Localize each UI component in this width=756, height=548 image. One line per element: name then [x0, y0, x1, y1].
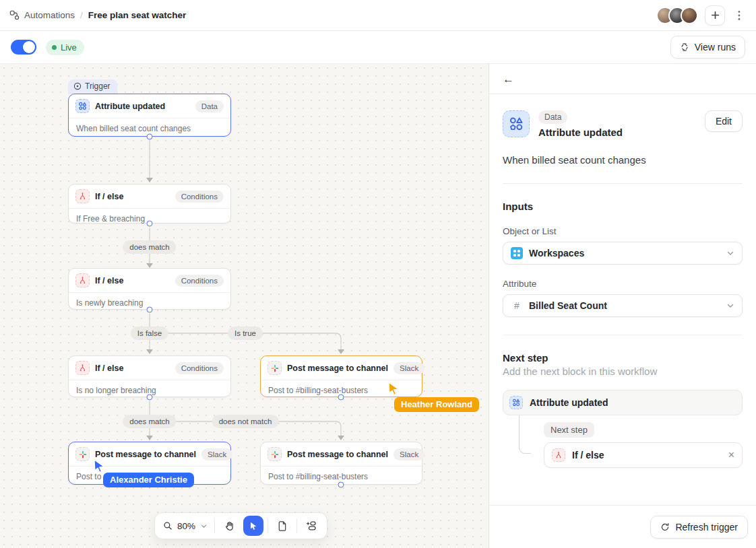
- block-type-badge: Data: [538, 110, 567, 124]
- node-ifelse-3[interactable]: If / else Conditions Is no longer breach…: [68, 355, 231, 397]
- object-select-value: Workspaces: [529, 248, 720, 259]
- node-title: If / else: [95, 192, 170, 201]
- canvas-toolbar: 80%: [154, 512, 327, 539]
- refresh-trigger-label: Refresh trigger: [675, 522, 738, 533]
- node-title: If / else: [95, 364, 170, 373]
- select-tool-button[interactable]: [243, 516, 263, 536]
- edge-label-is-false: Is false: [131, 327, 168, 340]
- data-icon: [75, 99, 90, 113]
- live-status-badge: Live: [46, 40, 84, 55]
- connector-handle[interactable]: [147, 307, 153, 313]
- view-runs-label: View runs: [695, 42, 736, 53]
- node-title: If / else: [95, 276, 170, 285]
- zoom-control[interactable]: 80%: [160, 521, 210, 531]
- next-step-child-block[interactable]: If / else ×: [544, 442, 743, 468]
- add-block-button[interactable]: [301, 516, 321, 536]
- hand-icon: [224, 521, 234, 531]
- workflow-canvas[interactable]: Trigger Attribute updated Data When bill…: [0, 64, 489, 548]
- node-badge: Conditions: [175, 191, 224, 203]
- data-icon: [509, 396, 523, 409]
- zoom-level: 80%: [177, 521, 195, 531]
- toolbar-divider: [214, 518, 215, 533]
- connector-handle[interactable]: [147, 221, 153, 227]
- remove-step-button[interactable]: ×: [728, 450, 734, 460]
- chevron-down-icon: [200, 522, 208, 530]
- refresh-trigger-button[interactable]: Refresh trigger: [650, 516, 748, 539]
- trigger-tab: Trigger: [68, 79, 117, 94]
- trigger-icon: [73, 82, 82, 90]
- branch-icon: [75, 273, 90, 287]
- connector-handle[interactable]: [147, 134, 153, 140]
- breadcrumb-title: Free plan seat watcher: [88, 10, 187, 20]
- connector-handle[interactable]: [147, 395, 153, 401]
- edit-button[interactable]: Edit: [705, 110, 743, 132]
- object-or-list-label: Object or List: [503, 226, 743, 236]
- pan-tool-button[interactable]: [219, 516, 239, 536]
- panel-footer: Refresh trigger: [489, 505, 756, 548]
- object-select[interactable]: Workspaces: [503, 242, 743, 265]
- node-title: Post message to channel: [287, 450, 388, 459]
- divider: [503, 335, 743, 335]
- top-bar: Automations / Free plan seat watcher: [0, 0, 756, 31]
- branch-icon: [75, 189, 90, 203]
- block-description: When billed seat count changes: [503, 154, 743, 166]
- node-ifelse-1[interactable]: If / else Conditions If Free & breaching: [68, 184, 231, 224]
- attribute-label: Attribute: [503, 279, 743, 289]
- node-badge: Conditions: [175, 275, 224, 287]
- next-step-root-block[interactable]: Attribute updated: [503, 390, 743, 415]
- edge-label-is-true: Is true: [228, 327, 263, 340]
- edge-label-does-match: does match: [123, 240, 176, 254]
- node-badge: Data: [195, 100, 224, 112]
- chevron-down-icon: [726, 302, 734, 310]
- node-slack-does-not-match[interactable]: Post message to channel Slack Post to #b…: [260, 442, 422, 485]
- collaborator-avatars[interactable]: [656, 7, 698, 24]
- breadcrumb-automations[interactable]: Automations: [24, 10, 75, 20]
- data-block-icon: [503, 110, 530, 137]
- refresh-icon: [660, 522, 670, 532]
- inspector-panel: ← Data Attribute updated Edit When bille…: [489, 64, 756, 548]
- inputs-heading: Inputs: [503, 201, 743, 212]
- cursor-label-heather: Heather Rowland: [394, 397, 479, 412]
- status-bar: Live View runs: [0, 31, 756, 64]
- next-step-branch-badge: Next step: [544, 422, 594, 438]
- runs-icon: [680, 42, 689, 52]
- connector-handle[interactable]: [338, 482, 344, 488]
- panel-header: ←: [489, 64, 756, 94]
- next-step-subtitle: Add the next block in this workflow: [503, 366, 743, 377]
- next-step-root-label: Attribute updated: [530, 397, 736, 408]
- divider: [503, 183, 743, 184]
- node-title: Post message to channel: [287, 364, 388, 373]
- branch-icon: [552, 448, 565, 462]
- add-button[interactable]: [705, 5, 725, 26]
- node-ifelse-2[interactable]: If / else Conditions Is newly breaching: [68, 268, 231, 310]
- tree-connector: [519, 415, 531, 454]
- toolbar-divider: [267, 518, 268, 533]
- document-icon: [278, 521, 287, 531]
- workspaces-icon: [511, 247, 523, 259]
- toolbar-divider: [296, 518, 297, 533]
- next-step-child-label: If / else: [572, 450, 722, 460]
- avatar[interactable]: [681, 7, 698, 24]
- cursor-label-alexander: Alexander Christie: [103, 473, 194, 487]
- node-badge: Conditions: [175, 362, 224, 374]
- more-menu-icon[interactable]: [732, 5, 747, 26]
- node-title: Attribute updated: [95, 102, 190, 111]
- node-badge: Slack: [201, 448, 232, 460]
- edge-label-does-not-match: does not match: [212, 415, 279, 428]
- next-step-heading: Next step: [503, 352, 743, 364]
- pointer-icon: [249, 521, 258, 530]
- slack-icon: [267, 447, 282, 461]
- node-trigger[interactable]: Attribute updated Data When billed seat …: [68, 94, 231, 137]
- live-toggle[interactable]: [11, 40, 36, 55]
- back-button[interactable]: ←: [503, 73, 514, 85]
- notes-button[interactable]: [272, 516, 292, 536]
- live-label: Live: [61, 42, 77, 53]
- trigger-tab-label: Trigger: [85, 81, 111, 91]
- attribute-select-value: Billed Seat Count: [529, 300, 720, 311]
- connector-handle[interactable]: [338, 395, 344, 401]
- view-runs-button[interactable]: View runs: [670, 36, 745, 59]
- panel-body: Data Attribute updated Edit When billed …: [489, 94, 756, 505]
- attribute-select[interactable]: # Billed Seat Count: [503, 294, 743, 317]
- node-badge: Slack: [393, 448, 424, 460]
- breadcrumb-separator: /: [80, 10, 83, 20]
